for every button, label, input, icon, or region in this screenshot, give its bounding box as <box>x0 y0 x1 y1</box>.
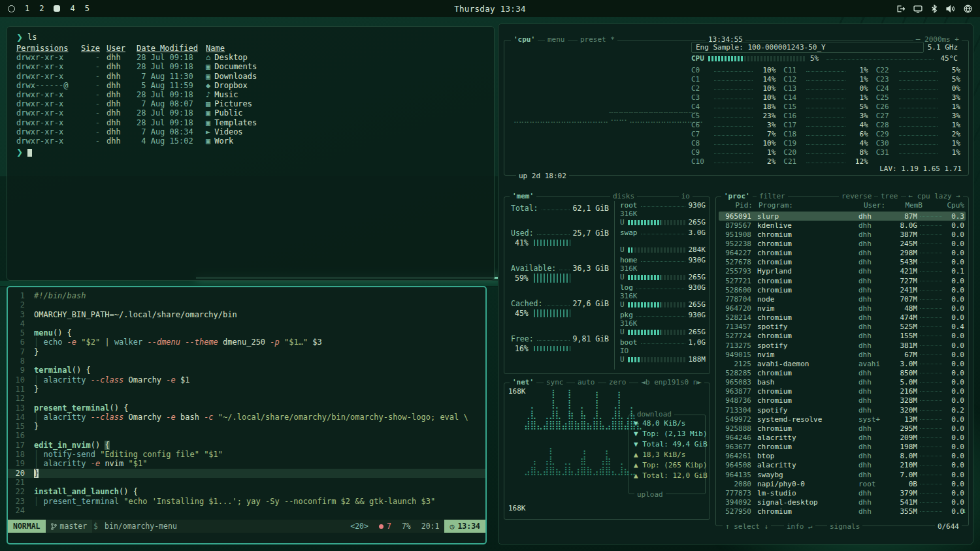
file-name[interactable]: ⌂Desktop <box>206 53 248 62</box>
process-row[interactable]: 963677chromiumdhh198M0.0 <box>719 443 966 452</box>
process-row[interactable]: 965091slurpdhh87M0.3 <box>719 212 966 221</box>
file-name[interactable]: ▦Pictures <box>206 99 252 108</box>
preset-button[interactable]: preset * <box>578 35 617 44</box>
process-row[interactable]: 778704nodedhh707M0.0 <box>719 294 966 304</box>
workspace-2[interactable]: 2 <box>39 4 44 13</box>
header-program[interactable]: Program: <box>753 201 864 210</box>
zero-toggle[interactable]: zero <box>606 378 629 386</box>
code-line[interactable]: 8 <box>8 356 485 366</box>
file-name[interactable]: ♪Music <box>206 90 238 99</box>
interface-selector[interactable]: ◄b enp191s0 n► <box>638 378 704 386</box>
io-toggle[interactable]: io <box>679 192 693 200</box>
file-name[interactable]: ▣Downloads <box>206 72 257 81</box>
code-line[interactable]: 15} <box>8 422 485 431</box>
workspace-5[interactable]: 5 <box>85 4 90 13</box>
process-row[interactable]: 964720nvimdhh48M0.0 <box>719 304 966 313</box>
workspace-4[interactable]: 4 <box>70 4 74 13</box>
process-row[interactable]: 527724chromiumdhh155M0.0 <box>719 332 966 341</box>
process-row[interactable]: 549972systemd-resolvesyst+13M0.0 <box>719 415 966 424</box>
code-buffer[interactable]: 1#!/bin/bash23OMARCHY_BIN_PATH=~/.local/… <box>8 287 485 515</box>
select-hint[interactable]: ↑ select ↓ <box>723 522 771 531</box>
code-line[interactable]: 19│ alacritty -e nvim "$1" <box>8 459 485 468</box>
file-name[interactable]: ▣Templates <box>206 118 257 127</box>
process-row[interactable]: 394092signal-desktopdhh541M0.0 <box>719 497 966 507</box>
code-line[interactable]: 1#!/bin/bash <box>8 291 485 300</box>
net-panel-title[interactable]: 'net' <box>510 378 536 386</box>
code-line[interactable]: 13present_terminal() { <box>8 403 485 413</box>
signals-hint[interactable]: signals <box>827 522 862 531</box>
workspace-active-icon[interactable] <box>54 5 60 12</box>
mem-panel-title[interactable]: 'mem' <box>510 192 536 200</box>
process-row[interactable]: 964508alacrittydhh210M0.0 <box>719 461 966 470</box>
header-pid[interactable]: Pid: <box>720 201 753 210</box>
process-row[interactable]: 951908chromiumdhh387M0.0 <box>719 230 966 239</box>
process-row[interactable]: 777873lm-studiodhh379M0.0 <box>719 488 966 497</box>
sync-toggle[interactable]: sync <box>544 378 566 386</box>
process-row[interactable]: 964135swaybgdhh7.0M0.0 <box>719 470 966 479</box>
process-row[interactable]: 2125avahi-daemonavahi3.0M0.0 <box>719 359 966 368</box>
code-line[interactable]: 18│ notify-send "Editing config file" "$… <box>8 450 485 459</box>
file-name[interactable]: ▣Work <box>206 136 233 146</box>
code-line[interactable]: 4 <box>8 319 485 328</box>
info-hint[interactable]: info ↵ <box>784 522 815 531</box>
screenshare-icon[interactable] <box>913 5 923 13</box>
shell-prompt-line-empty[interactable]: ❯ <box>16 148 491 157</box>
code-line[interactable]: 3OMARCHY_BIN_PATH=~/.local/share/omarchy… <box>8 310 485 319</box>
proc-panel-title[interactable]: 'proc' <box>721 192 753 200</box>
process-row[interactable]: 527721chromiumdhh727M0.0 <box>719 276 966 285</box>
tree-button[interactable]: tree <box>878 192 901 200</box>
process-row[interactable]: 949015nvimdhh67M0.0 <box>719 350 966 359</box>
code-line[interactable]: 5menu() { <box>8 328 485 338</box>
code-line[interactable]: 7} <box>8 347 485 356</box>
code-line[interactable]: 6│ echo -e "$2" | walker --dmenu --theme… <box>8 338 485 347</box>
code-line[interactable]: 22install_and_launch() { <box>8 487 485 496</box>
filter-button[interactable]: filter <box>757 192 788 200</box>
terminal-window-files[interactable]: ❯ ls Permissions Size User Date Modified… <box>7 26 495 281</box>
disks-toggle[interactable]: disks <box>610 192 637 200</box>
code-line[interactable]: 17edit_in_nvim() { <box>8 441 485 450</box>
process-row[interactable]: 528600chromiumdhh241M0.0 <box>719 285 966 294</box>
code-line[interactable]: 16 <box>8 431 485 440</box>
process-row[interactable]: 255793Hyprlanddhh421M0.1 <box>719 267 966 276</box>
auto-toggle[interactable]: auto <box>575 378 598 386</box>
file-name[interactable]: ▣Public <box>206 108 243 118</box>
process-row[interactable]: 528285chromiumdhh850M0.0 <box>719 368 966 377</box>
process-row[interactable]: 2080napi/phy0-0root0B0.0 <box>719 479 966 488</box>
code-line[interactable]: 10│ alacritty --class Omarchy -e $1 <box>8 375 485 385</box>
workspace-1[interactable]: 1 <box>25 4 29 13</box>
sort-selector[interactable]: ← cpu lazy → <box>906 192 963 200</box>
scroll-down-indicator[interactable]: ↓ <box>962 507 966 515</box>
process-row[interactable]: 527678chromiumdhh543M0.0 <box>719 258 966 267</box>
process-row[interactable]: 713304spotifydhh320M0.2 <box>719 405 966 415</box>
process-row[interactable]: 952238chromiumdhh245M0.0 <box>719 239 966 248</box>
clock[interactable]: Thursday 13:34 <box>454 4 526 14</box>
code-line[interactable]: 23│ present_terminal "echo 'Installing $… <box>8 497 485 506</box>
btop-window[interactable]: 'cpu' menu preset * 13:34:55 ─ 2000ms + … <box>498 24 973 544</box>
file-name[interactable]: ◆Dropbox <box>206 81 248 90</box>
cpu-panel-title[interactable]: 'cpu' <box>511 35 538 44</box>
process-row[interactable]: 964227chromiumdhh298M0.0 <box>719 249 966 258</box>
process-row[interactable]: 964246alacrittydhh209M0.0 <box>719 433 966 442</box>
editor-window[interactable]: 1#!/bin/bash23OMARCHY_BIN_PATH=~/.local/… <box>7 286 487 544</box>
process-row[interactable]: 713457spotifydhh525M0.4 <box>719 323 966 332</box>
code-line[interactable]: 20} <box>8 469 485 478</box>
code-line[interactable]: 14│ alacritty --class Omarchy -e bash -c… <box>8 413 485 422</box>
process-row[interactable]: 879567kdenlivedhh8.0G0.0 <box>719 221 966 230</box>
process-row[interactable]: 527950chromiumdhh355M0.0 <box>719 507 966 516</box>
code-line[interactable]: 12 <box>8 394 485 403</box>
header-user[interactable]: User: <box>864 201 892 210</box>
logout-icon[interactable] <box>896 5 905 13</box>
file-name[interactable]: ►Videos <box>206 127 243 136</box>
menu-button[interactable]: menu <box>545 35 568 44</box>
header-cpu[interactable]: Cpu% <box>923 201 964 210</box>
volume-icon[interactable] <box>946 5 955 13</box>
process-row[interactable]: 925888chromiumdhh295M0.0 <box>719 424 966 433</box>
code-line[interactable]: 9terminal() { <box>8 366 485 375</box>
process-row[interactable]: 948736chromiumdhh328M0.0 <box>719 396 966 405</box>
code-line[interactable]: 2 <box>8 300 485 309</box>
process-row[interactable]: 963877chromiumdhh216M0.0 <box>719 387 966 396</box>
network-globe-icon[interactable] <box>964 5 972 13</box>
command-line[interactable] <box>8 533 485 543</box>
reverse-button[interactable]: reverse <box>839 192 874 200</box>
code-line[interactable]: 21 <box>8 478 485 487</box>
